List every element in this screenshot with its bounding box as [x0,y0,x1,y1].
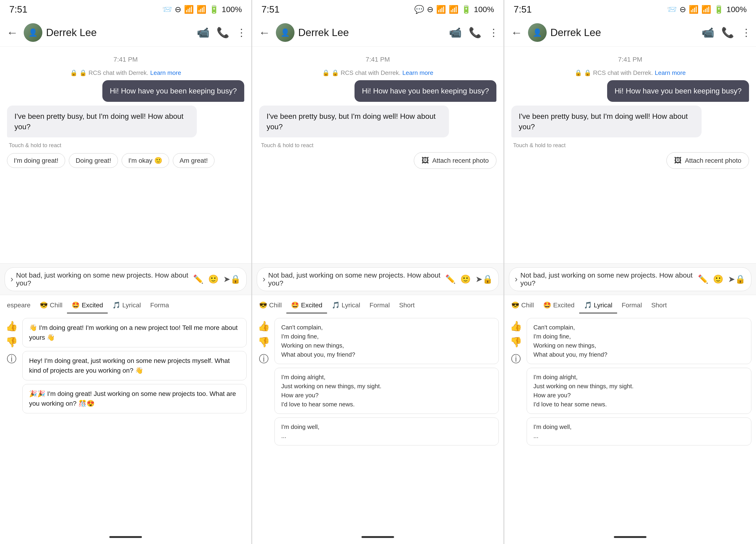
image-icon: 🖼 [674,156,682,165]
compose-send-icon[interactable]: ➤🔒 [728,274,746,284]
phone-panel-2: 7:51 💬 ⊖ 📶 📶 🔋 100% ← 👤 Derrek Lee 📹 📞 ⋮… [252,0,504,544]
compose-emoji-icon[interactable]: 🙂 [460,274,471,284]
compose-edit-icon[interactable]: ✏️ [445,274,456,284]
chat-timestamp: 7:41 PM [511,56,749,63]
avatar[interactable]: 👤 [276,23,294,42]
expand-icon[interactable]: › [515,274,518,284]
sent-message-bubble: Hi! How have you been keeping busy? [607,80,749,102]
tone-tab-4[interactable]: Forma [146,301,174,313]
video-call-icon[interactable]: 📹 [449,27,462,39]
sent-message-bubble: Hi! How have you been keeping busy? [355,80,496,102]
tone-tab-4[interactable]: Short [647,301,672,313]
compose-input[interactable]: Not bad, just working on some new projec… [268,271,442,287]
suggestions-panel: 👍 👎 ⓘ 👋 I'm doing great! I'm working on … [0,313,251,530]
tone-tab-2[interactable]: 🎵 Lyrical [579,301,617,313]
compose-input[interactable]: Not bad, just working on some new projec… [520,271,695,287]
thumbdown-icon[interactable]: 👎 [258,336,270,348]
compose-edit-icon[interactable]: ✏️ [698,274,708,284]
rcs-notice: 🔒 🔒 RCS chat with Derrek. Learn more [259,69,496,77]
info-icon[interactable]: ⓘ [7,352,17,365]
status-icons: 📨 ⊖ 📶 📶 🔋 100% [162,5,242,14]
thumbup-icon[interactable]: 👍 [6,320,18,332]
expand-icon[interactable]: › [10,274,13,284]
status-icons: 💬 ⊖ 📶 📶 🔋 100% [414,5,494,14]
suggestion-item-0[interactable]: Can't complain, I'm doing fine, Working … [527,318,751,364]
tone-tab-4[interactable]: Short [395,301,419,313]
thumbup-icon[interactable]: 👍 [258,320,270,332]
quick-reply-3[interactable]: Am great! [173,153,214,168]
compose-send-icon[interactable]: ➤🔒 [475,274,493,284]
suggestion-item-1[interactable]: I'm doing alright, Just working on new t… [274,368,499,414]
lock-icon: 🔒 [70,69,77,77]
compose-row: › Not bad, just working on some new proj… [5,268,247,291]
chat-area: 7:41 PM 🔒 🔒 RCS chat with Derrek. Learn … [504,47,756,264]
wifi-icon: 📶 [689,5,699,14]
phone-call-icon[interactable]: 📞 [469,27,482,39]
attach-photo-button[interactable]: 🖼Attach recent photo [666,152,749,169]
contact-name[interactable]: Derrek Lee [46,27,193,38]
suggestion-item-1[interactable]: I'm doing alright, Just working on new t… [527,368,751,414]
rcs-notice: 🔒 🔒 RCS chat with Derrek. Learn more [7,69,244,77]
learn-more-link[interactable]: Learn more [402,69,433,77]
compose-emoji-icon[interactable]: 🙂 [208,274,219,284]
thumbdown-icon[interactable]: 👎 [6,336,18,348]
tone-tab-1[interactable]: 🤩 Excited [286,301,327,313]
tone-tab-1[interactable]: 🤩 Excited [539,301,579,313]
suggestion-item-0[interactable]: Can't complain, I'm doing fine, Working … [274,318,499,364]
suggestion-item-2[interactable]: I'm doing well, ... [274,417,499,445]
video-call-icon[interactable]: 📹 [702,27,714,39]
more-options-icon[interactable]: ⋮ [741,27,751,38]
back-button[interactable]: ← [5,24,20,41]
quick-reply-0[interactable]: I'm doing great! [7,153,65,168]
video-call-icon[interactable]: 📹 [197,27,210,39]
suggestion-item-2[interactable]: I'm doing well, ... [527,417,751,445]
back-button[interactable]: ← [509,24,524,41]
back-button[interactable]: ← [257,24,272,41]
suggestion-item-2[interactable]: 🎉🎉 I'm doing great! Just working on some… [22,384,247,413]
phone-call-icon[interactable]: 📞 [721,27,734,39]
compose-icons: ✏️ 🙂 ➤🔒 [698,274,746,284]
tone-tab-0[interactable]: 😎 Chill [254,301,286,313]
tone-tab-0[interactable]: 😎 Chill [507,301,539,313]
compose-input[interactable]: Not bad, just working on some new projec… [16,271,190,287]
tone-tab-1[interactable]: 😎 Chill [35,301,67,313]
compose-send-icon[interactable]: ➤🔒 [223,274,241,284]
header-actions: 📹 📞 ⋮ [449,27,499,39]
thumbup-icon[interactable]: 👍 [510,320,522,332]
chat-header: ← 👤 Derrek Lee 📹 📞 ⋮ [0,19,251,47]
lock-icon: 🔒 [575,69,582,77]
received-message-bubble: I've been pretty busy, but I'm doing wel… [511,106,702,138]
avatar[interactable]: 👤 [24,23,42,42]
chat-timestamp: 7:41 PM [259,56,496,63]
tone-tab-2[interactable]: 🎵 Lyrical [327,301,365,313]
more-options-icon[interactable]: ⋮ [488,27,499,38]
more-options-icon[interactable]: ⋮ [236,27,247,38]
info-icon[interactable]: ⓘ [259,352,269,365]
compose-area: › Not bad, just working on some new proj… [504,264,756,295]
tone-tab-3[interactable]: Formal [617,301,647,313]
suggestion-item-0[interactable]: 👋 I'm doing great! I'm working on a new … [22,318,247,347]
expand-icon[interactable]: › [263,274,265,284]
quick-reply-2[interactable]: I'm okay 🙂 [122,153,169,168]
learn-more-link[interactable]: Learn more [150,69,181,77]
contact-name[interactable]: Derrek Lee [550,27,698,38]
compose-edit-icon[interactable]: ✏️ [193,274,204,284]
avatar[interactable]: 👤 [528,23,547,42]
phone-call-icon[interactable]: 📞 [217,27,229,39]
tone-tab-2[interactable]: 🤩 Excited [67,301,108,313]
learn-more-link[interactable]: Learn more [655,69,686,77]
compose-emoji-icon[interactable]: 🙂 [713,274,723,284]
tone-tab-3[interactable]: Formal [365,301,395,313]
suggestion-item-1[interactable]: Hey! I'm doing great, just working on so… [22,351,247,380]
avatar-image: 👤 [24,23,42,42]
tone-tab-3[interactable]: 🎵 Lyrical [108,301,146,313]
contact-name[interactable]: Derrek Lee [298,27,445,38]
thumbdown-icon[interactable]: 👎 [510,336,522,348]
phone-panel-1: 7:51 📨 ⊖ 📶 📶 🔋 100% ← 👤 Derrek Lee 📹 📞 ⋮… [0,0,252,544]
quick-reply-1[interactable]: Doing great! [69,153,118,168]
info-icon[interactable]: ⓘ [511,352,521,365]
header-actions: 📹 📞 ⋮ [197,27,247,39]
tone-tab-0[interactable]: espeare [2,301,35,313]
attach-photo-button[interactable]: 🖼Attach recent photo [414,152,496,169]
phone-panel-3: 7:51 📨 ⊖ 📶 📶 🔋 100% ← 👤 Derrek Lee 📹 📞 ⋮… [504,0,756,544]
